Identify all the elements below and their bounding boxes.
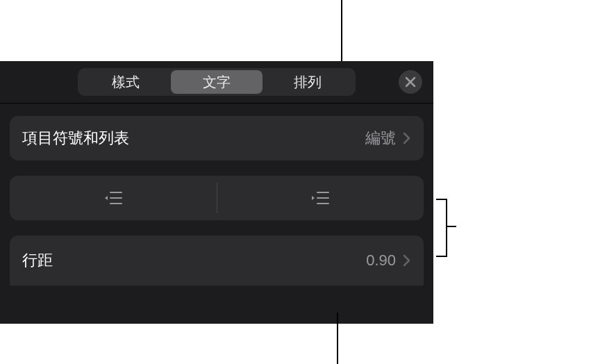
content-area: 項目符號和列表 編號 行距 0.90 — [0, 104, 433, 286]
line-spacing-label: 行距 — [22, 250, 366, 271]
format-panel: 樣式 文字 排列 項目符號和列表 編號 — [0, 61, 433, 324]
indent-controls — [10, 176, 424, 220]
bullets-and-lists-row[interactable]: 項目符號和列表 編號 — [10, 116, 424, 160]
outdent-button[interactable] — [10, 176, 217, 220]
tab-bar: 樣式 文字 排列 — [0, 61, 433, 103]
tab-arrange-label: 排列 — [294, 73, 322, 92]
indent-icon — [310, 190, 330, 206]
close-button[interactable] — [399, 70, 422, 94]
line-spacing-value: 0.90 — [366, 251, 396, 270]
tab-arrange[interactable]: 排列 — [263, 70, 353, 94]
tab-style[interactable]: 樣式 — [80, 70, 171, 94]
tab-text[interactable]: 文字 — [171, 70, 262, 94]
chevron-right-icon — [403, 254, 411, 267]
indent-button[interactable] — [217, 176, 424, 220]
bullets-label: 項目符號和列表 — [22, 128, 365, 149]
bullets-value: 編號 — [365, 128, 396, 149]
chevron-right-icon — [403, 132, 411, 144]
callout-bracket-right — [434, 199, 456, 254]
segmented-control: 樣式 文字 排列 — [78, 68, 356, 96]
callout-line-bottom — [337, 313, 338, 364]
tab-style-label: 樣式 — [112, 73, 140, 92]
outdent-icon — [103, 190, 123, 206]
close-icon — [405, 76, 416, 88]
tab-text-label: 文字 — [203, 73, 231, 92]
line-spacing-row[interactable]: 行距 0.90 — [10, 235, 424, 286]
